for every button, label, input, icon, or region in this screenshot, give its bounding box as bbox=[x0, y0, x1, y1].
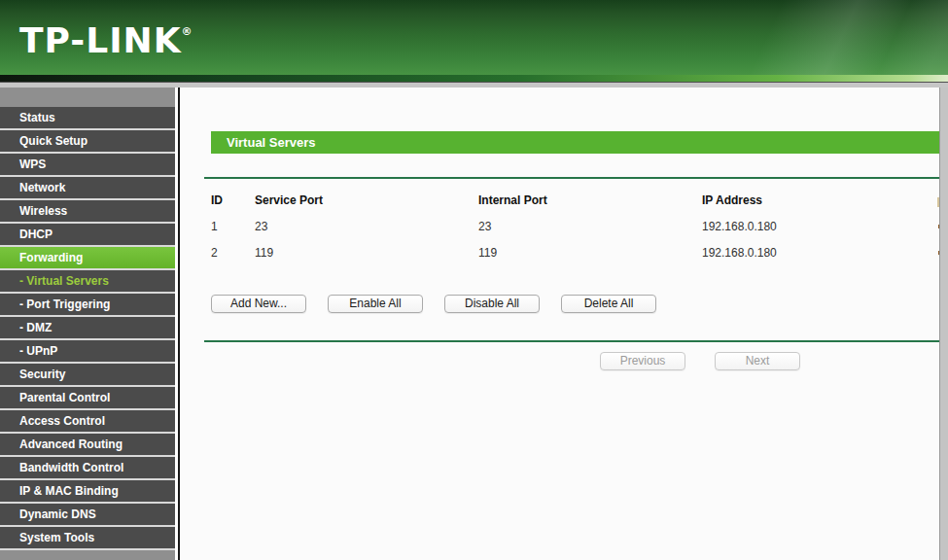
table-actions: Add New...Enable AllDisable AllDelete Al… bbox=[211, 295, 656, 313]
pagination: Previous Next bbox=[600, 352, 800, 370]
sidebar-item-access-control[interactable]: Access Control bbox=[0, 410, 175, 432]
delete-all-button[interactable]: Delete All bbox=[561, 295, 656, 313]
enable-all-button[interactable]: Enable All bbox=[328, 295, 423, 313]
next-button[interactable]: Next bbox=[715, 352, 800, 370]
column-header-ip-address: IP Address bbox=[702, 188, 935, 214]
registered-trademark-symbol: ® bbox=[182, 25, 193, 38]
add-new-button[interactable]: Add New... bbox=[211, 295, 306, 313]
sidebar-item-security[interactable]: Security bbox=[0, 364, 175, 385]
table-top-rule bbox=[204, 177, 940, 179]
sidebar-item-bandwidth-control[interactable]: Bandwidth Control bbox=[0, 457, 175, 478]
sidebar-top-spacer bbox=[0, 88, 175, 107]
sidebar-item-status[interactable]: Status bbox=[0, 107, 175, 128]
table-cell-ip-address: 192.168.0.180 bbox=[702, 214, 935, 240]
table-cell-service-port: 23 bbox=[255, 214, 478, 240]
sidebar-item-dynamic-dns[interactable]: Dynamic DNS bbox=[0, 504, 175, 525]
sidebar-bottom-spacer bbox=[0, 550, 175, 560]
sidebar-menu: StatusQuick SetupWPSNetworkWirelessDHCPF… bbox=[0, 107, 175, 550]
main-content: Virtual Servers IDService PortInternal P… bbox=[178, 88, 948, 560]
sidebar-item-quick-setup[interactable]: Quick Setup bbox=[0, 130, 175, 152]
sidebar-item-forwarding[interactable]: Forwarding bbox=[0, 247, 175, 268]
sidebar-item-ip-mac-binding[interactable]: IP & MAC Binding bbox=[0, 480, 175, 502]
table-cell-internal-port: 23 bbox=[478, 214, 702, 240]
sidebar-item-wireless[interactable]: Wireless bbox=[0, 200, 175, 222]
sidebar-item-virtual-servers[interactable]: - Virtual Servers bbox=[0, 270, 175, 292]
sidebar-item-upnp[interactable]: - UPnP bbox=[0, 340, 175, 362]
right-scrollbar-track[interactable] bbox=[939, 88, 948, 560]
section-bottom-rule bbox=[204, 340, 940, 342]
sidebar: StatusQuick SetupWPSNetworkWirelessDHCPF… bbox=[0, 88, 175, 560]
previous-button[interactable]: Previous bbox=[600, 352, 685, 370]
sidebar-item-port-triggering[interactable]: - Port Triggering bbox=[0, 294, 175, 315]
disable-all-button[interactable]: Disable All bbox=[444, 295, 540, 313]
column-header-service-port: Service Port bbox=[255, 188, 478, 214]
virtual-servers-table: IDService PortInternal PortIP Address123… bbox=[211, 188, 940, 266]
table-cell-id: 2 bbox=[211, 240, 255, 266]
table-cell-internal-port: 119 bbox=[478, 240, 702, 266]
sidebar-item-system-tools[interactable]: System Tools bbox=[0, 527, 175, 548]
header-accent-strip bbox=[0, 75, 948, 82]
table-cell-ip-address: 192.168.0.180 bbox=[702, 240, 935, 266]
sidebar-item-dhcp[interactable]: DHCP bbox=[0, 224, 175, 245]
tp-link-logo: TP-LINK® bbox=[19, 23, 193, 58]
page-title: Virtual Servers bbox=[211, 131, 940, 154]
sidebar-item-wps[interactable]: WPS bbox=[0, 154, 175, 175]
logo-text: TP-LINK bbox=[19, 20, 182, 60]
sidebar-item-advanced-routing[interactable]: Advanced Routing bbox=[0, 434, 175, 455]
column-header-id: ID bbox=[211, 188, 255, 214]
sidebar-item-network[interactable]: Network bbox=[0, 177, 175, 198]
column-header-internal-port: Internal Port bbox=[478, 188, 702, 214]
app-header: TP-LINK® bbox=[0, 0, 948, 82]
table-cell-id: 1 bbox=[211, 214, 255, 240]
table-cell-service-port: 119 bbox=[255, 240, 478, 266]
sidebar-item-dmz[interactable]: - DMZ bbox=[0, 317, 175, 338]
sidebar-item-parental-control[interactable]: Parental Control bbox=[0, 387, 175, 408]
